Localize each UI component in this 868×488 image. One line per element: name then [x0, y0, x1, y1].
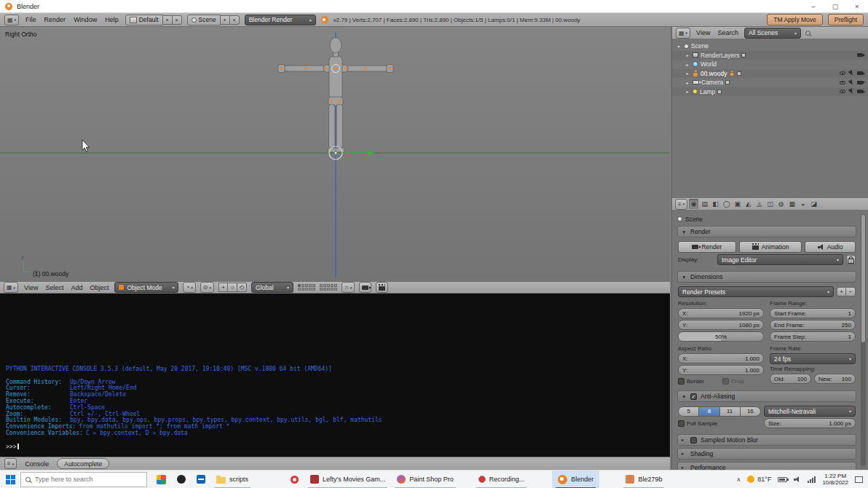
tab-object[interactable]: ▣	[733, 199, 742, 209]
end-frame-field[interactable]: End Frame:250	[770, 320, 856, 330]
menu-add[interactable]: Add	[69, 284, 84, 291]
add-scene-button[interactable]: +	[221, 15, 230, 25]
menu-window[interactable]: Window	[72, 16, 98, 23]
tab-world[interactable]: ◯	[722, 199, 731, 209]
start-frame-field[interactable]: Start Frame:1	[770, 308, 856, 318]
audio-button[interactable]: Audio	[805, 241, 856, 253]
render-opengl-icon[interactable]	[359, 282, 371, 293]
tab-data[interactable]: ◫	[765, 199, 775, 209]
aa-samples-11-button[interactable]: 11	[720, 406, 741, 417]
panel-header-shading[interactable]: ▸ Shading	[677, 448, 856, 460]
mode-dropdown[interactable]: Object Mode▾	[114, 282, 178, 293]
aa-samples-5-button[interactable]: 5	[678, 406, 699, 417]
taskbar-app-ble279b[interactable]: Ble279b	[620, 471, 668, 488]
aa-samples-16-button[interactable]: 16	[741, 406, 761, 417]
photos-app-icon[interactable]	[151, 471, 171, 488]
properties-scrollbar[interactable]	[861, 214, 866, 466]
resolution-percentage-slider[interactable]: 50%	[678, 331, 764, 342]
3d-viewport[interactable]: z y Right Ortho (1) 00.woody	[0, 27, 670, 281]
viewport-shading-icon[interactable]: ◔▾	[183, 282, 195, 293]
anti-aliasing-checkbox[interactable]: ✓	[690, 393, 697, 400]
remove-preset-button[interactable]: −	[846, 287, 856, 296]
menu-object[interactable]: Object	[88, 284, 110, 291]
editor-type-icon[interactable]: ≡▾	[675, 199, 687, 210]
transform-orientation-dropdown[interactable]: Global▾	[251, 282, 293, 293]
editor-type-icon[interactable]: ▦▾	[676, 28, 690, 39]
expander-icon[interactable]: ▸	[684, 52, 690, 58]
layer-grid-left[interactable]	[298, 284, 315, 291]
tab-render-layers[interactable]: ▤	[700, 199, 709, 209]
outliner-item-scene[interactable]: ▾ Scene	[672, 42, 868, 51]
time-remap-new-field[interactable]: New:100	[814, 374, 856, 384]
tab-scene[interactable]: ◧	[711, 199, 720, 209]
time-remap-old-field[interactable]: Old:100	[770, 374, 811, 384]
console-prompt[interactable]: >>>	[6, 444, 382, 451]
aa-size-field[interactable]: Size:1.000 px	[764, 418, 856, 428]
menu-render[interactable]: Render	[43, 16, 68, 23]
add-preset-button[interactable]: +	[837, 287, 846, 296]
scale-manipulator-icon[interactable]: ◇	[237, 283, 247, 292]
renderability-toggle-icon[interactable]	[857, 71, 863, 75]
frame-step-field[interactable]: Frame Step:1	[770, 331, 856, 342]
network-icon[interactable]	[808, 476, 816, 483]
taskbar-search-input[interactable]: Type here to search	[20, 472, 147, 487]
resolution-y-field[interactable]: Y:1080 px	[678, 320, 764, 330]
full-sample-checkbox[interactable]: Full Sample	[678, 420, 761, 427]
panel-header-performance[interactable]: ▸ Performance	[677, 462, 856, 470]
menu-view[interactable]: View	[695, 29, 711, 36]
resolution-x-field[interactable]: X:1920 px	[678, 308, 764, 318]
aa-filter-dropdown[interactable]: Mitchell-Netravali▾	[764, 406, 856, 417]
outliner-item-renderlayers[interactable]: ▸ RenderLayers	[672, 51, 868, 60]
delete-scene-button[interactable]: ×	[230, 15, 240, 25]
menu-console[interactable]: Console	[23, 460, 50, 468]
expander-icon[interactable]: ▸	[684, 71, 690, 76]
render-engine-dropdown[interactable]: Blender Render▾	[245, 15, 316, 25]
tab-physics[interactable]: ◪	[809, 199, 818, 209]
taskbar-app-recording[interactable]: Recording...	[473, 471, 531, 488]
expander-icon[interactable]: ▸	[684, 80, 690, 85]
render-opengl-anim-icon[interactable]	[376, 282, 388, 293]
maximize-button[interactable]: ▢	[824, 0, 846, 12]
scrollbar-thumb[interactable]	[861, 215, 865, 342]
border-checkbox[interactable]: Border	[678, 378, 719, 385]
viewport-canvas[interactable]: z y	[0, 27, 670, 281]
scene-dropdown[interactable]: Scene	[187, 15, 221, 25]
menu-select[interactable]: Select	[44, 284, 65, 291]
tab-material[interactable]: ◍	[776, 199, 786, 209]
editor-type-icon[interactable]: ▦▾	[4, 15, 19, 25]
search-icon[interactable]	[805, 31, 810, 36]
taskbar-app-paint-shop-pro[interactable]: Paint Shop Pro	[391, 471, 459, 488]
selectability-toggle-icon[interactable]	[848, 79, 855, 86]
menu-file[interactable]: File	[24, 16, 38, 23]
selectability-toggle-icon[interactable]	[848, 88, 855, 95]
snap-magnet-icon[interactable]: ∩▾	[342, 282, 355, 293]
outliner-item-camera[interactable]: ▸ Camera	[672, 78, 868, 87]
render-presets-dropdown[interactable]: Render Presets▾	[678, 286, 834, 297]
pivot-point-icon[interactable]: ⊙▾	[200, 282, 214, 293]
python-console[interactable]: PYTHON INTERACTIVE CONSOLE 3.5.3 (defaul…	[0, 294, 670, 457]
editor-type-icon[interactable]: ▦▾	[4, 282, 18, 293]
tab-constraints[interactable]: ◭	[743, 199, 753, 209]
translate-manipulator-icon[interactable]: +	[218, 283, 228, 292]
outliner-filter-dropdown[interactable]: All Scenes▾	[744, 28, 801, 39]
visibility-toggle-icon[interactable]	[840, 90, 845, 93]
menu-search[interactable]: Search	[716, 29, 740, 36]
panel-header-anti-aliasing[interactable]: ▼ ✓ Anti-Aliasing	[677, 390, 856, 402]
display-dropdown[interactable]: Image Editor▾	[717, 254, 843, 265]
aa-samples-8-button[interactable]: 8	[699, 406, 719, 417]
crop-checkbox[interactable]: Crop	[722, 378, 764, 385]
lock-interface-icon[interactable]	[846, 255, 856, 264]
opera-icon[interactable]	[285, 471, 304, 488]
renderability-toggle-icon[interactable]	[857, 90, 863, 93]
menu-view[interactable]: View	[23, 284, 39, 291]
blue-app-icon[interactable]	[191, 471, 210, 488]
autocomplete-button[interactable]: Autocomplete	[57, 458, 109, 469]
expander-icon[interactable]: ▸	[684, 62, 690, 67]
close-button[interactable]: ×	[846, 0, 868, 12]
outliner-item-woody[interactable]: ▸ 00.woody	[672, 69, 868, 79]
battery-icon[interactable]	[778, 477, 787, 482]
taskbar-app-leftys-movies[interactable]: Lefty's Movies Gam...	[304, 471, 391, 488]
translate-y-arrowhead[interactable]	[368, 150, 374, 156]
renderability-toggle-icon[interactable]	[857, 53, 863, 57]
outliner-item-lamp[interactable]: ▸ Lamp	[672, 87, 868, 97]
